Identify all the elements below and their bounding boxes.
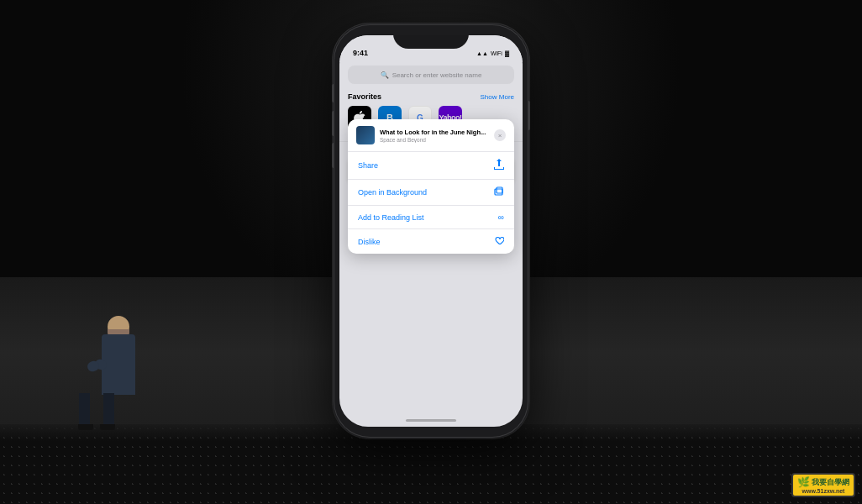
volume-up-button [332,111,334,136]
search-placeholder: Search or enter website name [392,71,482,79]
signal-icon: ▲▲ [476,50,488,56]
context-menu: What to Look for in the June Nigh... Spa… [348,119,514,254]
svg-rect-0 [495,189,502,195]
status-icons: ▲▲ WiFi ▓ [476,50,509,56]
share-icon [494,159,504,172]
context-menu-article-title: What to Look for in the June Nigh... [380,129,489,136]
favorites-show-more-button[interactable]: Show More [481,93,514,101]
watermark-url: www.51zxw.net [802,488,845,494]
favorites-title: Favorites [348,92,381,101]
battery-icon: ▓ [505,50,509,56]
svg-rect-1 [497,187,502,193]
context-menu-thumbnail [356,126,375,144]
reading-list-label: Add to Reading List [358,213,424,222]
dislike-icon [495,236,504,247]
share-label: Share [358,161,378,170]
volume-down-button [332,143,334,168]
open-background-icon [494,186,504,198]
mute-button [332,84,334,102]
context-menu-article-subtitle: Space and Beyond [380,137,489,143]
context-menu-dislike-item[interactable]: Dislike [348,229,514,254]
open-in-background-label: Open in Background [358,188,427,197]
home-indicator [406,419,456,422]
reading-list-icon: ∞ [498,213,504,222]
context-menu-share-item[interactable]: Share [348,152,514,180]
iphone-device: 9:41 ▲▲ WiFi ▓ 🔍 Search or enter website… [334,25,528,437]
dislike-label: Dislike [358,238,381,246]
status-time: 9:41 [353,49,368,57]
iphone-notch [393,25,469,49]
context-menu-open-background-item[interactable]: Open in Background [348,180,514,206]
context-menu-title-wrap: What to Look for in the June Nigh... Spa… [380,129,489,143]
iphone-screen: 9:41 ▲▲ WiFi ▓ 🔍 Search or enter website… [339,35,523,427]
context-menu-header: What to Look for in the June Nigh... Spa… [348,119,514,152]
search-icon: 🔍 [381,71,389,79]
watermark-logo: 我要自學網 [812,477,849,488]
watermark: 🌿 我要自學網 www.51zxw.net [791,473,855,497]
context-menu-reading-list-item[interactable]: Add to Reading List ∞ [348,206,514,229]
context-menu-close-button[interactable]: × [494,129,506,141]
wifi-icon: WiFi [491,50,502,56]
power-button [528,101,530,130]
safari-search-bar[interactable]: 🔍 Search or enter website name [348,66,514,84]
